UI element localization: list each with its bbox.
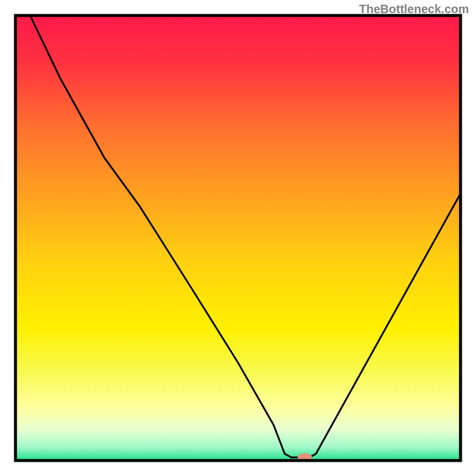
gradient-background	[15, 15, 461, 461]
watermark-text: TheBottleneck.com	[359, 2, 469, 16]
bottleneck-chart: TheBottleneck.com	[0, 0, 476, 476]
plot-area	[15, 15, 461, 462]
chart-svg	[0, 0, 476, 476]
